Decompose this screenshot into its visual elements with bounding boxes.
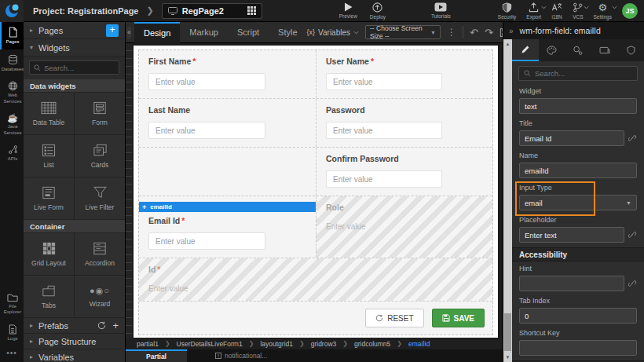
- tab-style[interactable]: Style: [269, 22, 306, 43]
- first-name-input[interactable]: [148, 73, 265, 90]
- rail-item-file-explorer[interactable]: File Explorer: [0, 288, 24, 320]
- user-name-input[interactable]: [326, 73, 442, 90]
- confirm-password-input[interactable]: [326, 170, 442, 188]
- variables-section-header[interactable]: ▸ Variables: [24, 349, 125, 362]
- tab-script[interactable]: Script: [228, 22, 269, 43]
- user-avatar[interactable]: JS: [622, 3, 638, 19]
- scroll-up-icon[interactable]: ▲: [506, 39, 510, 49]
- tab-inspector[interactable]: [565, 39, 591, 61]
- name-value-input[interactable]: [519, 163, 637, 178]
- widget-tile-grid-layout[interactable]: Grid Layout: [24, 233, 74, 275]
- widget-tile-live-filter[interactable]: Live Filter: [75, 177, 125, 219]
- email-id-input[interactable]: [148, 232, 265, 250]
- security-button[interactable]: Security: [498, 2, 516, 20]
- tab-partial[interactable]: Partial: [126, 349, 187, 362]
- widget-search-box[interactable]: [29, 60, 119, 75]
- collapse-right-panel-icon[interactable]: »: [509, 27, 514, 35]
- widget-tile-accordion[interactable]: Accordion: [75, 233, 125, 275]
- widget-tile-live-form[interactable]: Live Form: [24, 177, 74, 219]
- tutorials-button[interactable]: Tutorials: [431, 2, 451, 19]
- refresh-icon[interactable]: [97, 321, 106, 330]
- vcs-button[interactable]: VCS: [573, 2, 583, 20]
- add-page-button[interactable]: +: [106, 24, 119, 37]
- field-confirm-password[interactable]: Confirm Password: [316, 148, 492, 196]
- more-options-icon[interactable]: ⋮: [447, 27, 456, 38]
- redo-icon[interactable]: ↷: [485, 27, 493, 38]
- title-value-input[interactable]: [519, 130, 624, 146]
- input-type-select[interactable]: email ▼: [519, 195, 637, 210]
- wavemaker-logo[interactable]: [0, 0, 24, 22]
- breadcrumb-item[interactable]: gridcolumn5: [354, 340, 390, 348]
- grid-menu-icon[interactable]: [247, 6, 256, 15]
- breadcrumb-item-current[interactable]: emailId: [408, 340, 430, 348]
- bind-link-icon[interactable]: [628, 134, 637, 143]
- properties-search-box[interactable]: [518, 66, 638, 81]
- hint-value-input[interactable]: [519, 276, 624, 291]
- pages-section-header[interactable]: ▸ Pages +: [24, 22, 125, 39]
- widget-tile-form[interactable]: Form: [75, 93, 125, 134]
- password-input[interactable]: [326, 122, 442, 139]
- i18n-button[interactable]: i18N: [551, 2, 562, 20]
- field-password[interactable]: Password: [316, 99, 492, 147]
- widgets-section-header[interactable]: ▾ Widgets: [24, 39, 125, 57]
- export-button[interactable]: Export: [526, 2, 541, 20]
- rail-item-java-services[interactable]: ☕ Java Services: [0, 108, 24, 140]
- breadcrumb-item[interactable]: partial1: [137, 340, 159, 348]
- shortcut-key-input[interactable]: [519, 340, 637, 356]
- rail-item-apis[interactable]: APIs: [0, 140, 24, 166]
- undo-icon[interactable]: ↶: [470, 27, 478, 38]
- selected-widget-chip[interactable]: + emailId: [139, 202, 316, 212]
- breadcrumb-item[interactable]: UserDetailsLiveForm1: [177, 340, 243, 348]
- field-email-id[interactable]: + emailId Email Id*: [139, 196, 316, 258]
- collapse-left-panel-button[interactable]: «: [127, 27, 131, 38]
- settings-button[interactable]: ⚙ Settings: [594, 2, 613, 20]
- properties-search-input[interactable]: [535, 69, 632, 78]
- breadcrumb-item[interactable]: layoutgrid1: [260, 340, 293, 348]
- field-last-name[interactable]: Last Name: [139, 99, 316, 147]
- tab-index-input[interactable]: [519, 308, 637, 324]
- placeholder-value-input[interactable]: [519, 227, 624, 243]
- tab-properties[interactable]: [512, 39, 539, 61]
- field-role-hidden[interactable]: Role Enter value: [316, 196, 492, 258]
- tab-styles[interactable]: [539, 39, 565, 61]
- prefabs-section-header[interactable]: ▸ Prefabs +: [24, 318, 125, 334]
- screen-size-select[interactable]: -- Choose Screen Size -- ▼: [365, 25, 441, 39]
- widget-tile-data-table[interactable]: Data Table: [24, 93, 74, 134]
- preview-button[interactable]: Preview: [339, 2, 357, 19]
- rail-item-databases[interactable]: Databases: [0, 49, 24, 77]
- save-button[interactable]: SAVE: [432, 309, 485, 327]
- field-user-name[interactable]: User Name*: [316, 50, 492, 98]
- design-canvas-page[interactable]: First Name* User Name* Last Name: [134, 46, 498, 338]
- bind-link-icon[interactable]: [628, 231, 637, 240]
- scroll-down-icon[interactable]: ▼: [506, 353, 510, 362]
- field-first-name[interactable]: First Name*: [139, 50, 316, 98]
- rail-item-logs[interactable]: Logs: [0, 320, 24, 346]
- reset-button[interactable]: RESET: [365, 309, 423, 327]
- widget-search-input[interactable]: [44, 64, 115, 72]
- widget-value-input[interactable]: [519, 98, 637, 114]
- field-id-hidden[interactable]: Id* Enter value: [139, 258, 492, 301]
- last-name-input[interactable]: [148, 122, 265, 139]
- rail-more-icon[interactable]: •••: [0, 346, 24, 362]
- variables-dropdown[interactable]: {x} Variables: [307, 28, 359, 37]
- tab-device[interactable]: [591, 39, 618, 61]
- tab-security[interactable]: [617, 39, 644, 61]
- live-form[interactable]: First Name* User Name* Last Name: [138, 49, 493, 335]
- scrollbar-track[interactable]: [503, 49, 512, 353]
- widget-tile-cards[interactable]: Cards: [75, 135, 125, 177]
- tab-markup[interactable]: Markup: [180, 22, 228, 43]
- tab-notificational[interactable]: notificational...: [207, 349, 275, 362]
- page-structure-section-header[interactable]: ▸ Page Structure: [24, 334, 125, 349]
- properties-scrollbar[interactable]: ▲ ▼: [503, 39, 512, 362]
- deploy-button[interactable]: Deploy: [370, 2, 386, 20]
- breadcrumb-item[interactable]: gridrow3: [311, 340, 337, 348]
- widget-tile-tabs[interactable]: Tabs: [24, 276, 74, 317]
- widget-tile-list[interactable]: List: [24, 135, 74, 177]
- page-tab-regpage2[interactable]: RegPage2: [162, 3, 262, 19]
- rail-item-web-services[interactable]: Web Services: [0, 76, 24, 108]
- add-prefab-button[interactable]: +: [112, 321, 119, 331]
- scrollbar-thumb[interactable]: [504, 313, 511, 351]
- widget-tile-wizard[interactable]: ●◉○ Wizard: [75, 276, 125, 317]
- bind-link-icon[interactable]: [628, 280, 637, 288]
- rail-item-pages[interactable]: Pages: [0, 22, 24, 49]
